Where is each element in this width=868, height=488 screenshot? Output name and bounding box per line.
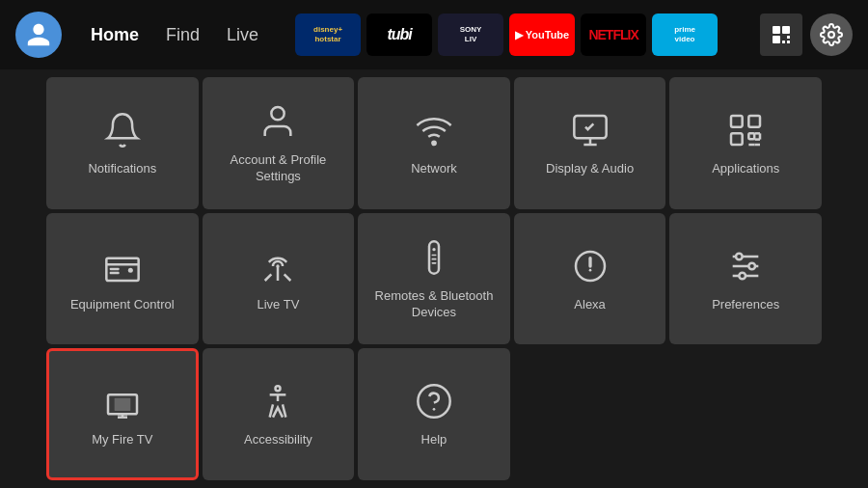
svg-rect-20: [109, 267, 119, 270]
svg-point-25: [432, 248, 435, 251]
person-icon: [257, 100, 299, 143]
tile-my-fire-tv-label: My Fire TV: [92, 432, 152, 448]
tile-notifications[interactable]: Notifications: [46, 77, 199, 209]
svg-rect-38: [114, 398, 130, 411]
svg-rect-26: [431, 255, 436, 257]
tile-applications[interactable]: Applications: [669, 77, 822, 209]
tile-display-audio[interactable]: Display & Audio: [514, 77, 666, 209]
tile-alexa-label: Alexa: [574, 297, 606, 313]
tile-notifications-label: Notifications: [88, 161, 156, 177]
tile-accessibility[interactable]: Accessibility: [203, 348, 355, 480]
tile-equipment-control[interactable]: Equipment Control: [46, 213, 199, 345]
tile-live-tv[interactable]: Live TV: [203, 213, 355, 345]
tv-icon: [101, 245, 144, 287]
tile-account-profile[interactable]: Account & Profile Settings: [203, 77, 355, 209]
app-shortcuts: disney+hotstar tubi SONYLIV ▶ YouTube NE…: [295, 14, 748, 56]
svg-point-34: [736, 253, 743, 259]
header-right: [760, 14, 853, 56]
svg-point-35: [749, 262, 756, 269]
app-prime[interactable]: primevideo: [652, 14, 718, 56]
nav-home[interactable]: Home: [81, 19, 149, 51]
tile-equipment-label: Equipment Control: [70, 297, 175, 313]
svg-point-44: [433, 408, 436, 411]
svg-rect-28: [431, 262, 436, 264]
svg-rect-21: [109, 271, 119, 274]
svg-rect-24: [429, 241, 439, 273]
tile-help-label: Help: [421, 432, 448, 448]
tile-remotes-label: Remotes & Bluetooth Devices: [366, 288, 502, 321]
app-sonyliv[interactable]: SONYLIV: [438, 14, 503, 56]
svg-rect-27: [431, 258, 436, 260]
svg-point-6: [828, 32, 834, 38]
app-tubi[interactable]: tubi: [366, 14, 432, 56]
svg-point-36: [740, 272, 746, 279]
svg-rect-11: [749, 116, 761, 127]
avatar[interactable]: [15, 12, 62, 58]
tile-live-tv-label: Live TV: [257, 297, 299, 313]
app-youtube[interactable]: ▶ YouTube: [509, 14, 575, 56]
svg-point-8: [432, 142, 435, 145]
svg-rect-1: [782, 26, 790, 34]
tile-remotes-bluetooth[interactable]: Remotes & Bluetooth Devices: [358, 213, 510, 345]
header: Home Find Live disney+hotstar tubi SONYL…: [0, 0, 868, 69]
tile-help[interactable]: Help: [358, 348, 510, 480]
svg-rect-10: [731, 116, 743, 127]
tile-preferences[interactable]: Preferences: [669, 213, 822, 345]
tile-applications-label: Applications: [712, 161, 779, 177]
svg-rect-12: [731, 133, 743, 145]
remote-icon: [413, 236, 455, 279]
svg-point-22: [128, 267, 133, 272]
svg-rect-4: [787, 41, 790, 43]
tile-network[interactable]: Network: [358, 77, 510, 209]
antenna-icon: [257, 245, 299, 287]
firetv-icon: [101, 380, 144, 422]
apps-icon: [724, 109, 767, 151]
svg-point-30: [588, 268, 591, 271]
tile-accessibility-label: Accessibility: [244, 432, 312, 448]
wifi-icon: [413, 109, 455, 151]
svg-point-7: [272, 107, 285, 120]
svg-point-42: [276, 386, 281, 391]
tile-alexa[interactable]: Alexa: [514, 213, 666, 345]
settings-grid: Notifications Account & Profile Settings…: [0, 69, 868, 488]
svg-rect-0: [773, 26, 780, 34]
svg-rect-3: [787, 36, 790, 39]
svg-rect-5: [782, 41, 785, 43]
alexa-icon: [569, 245, 611, 287]
help-icon: [413, 380, 455, 422]
tile-account-label: Account & Profile Settings: [210, 152, 347, 185]
nav-live[interactable]: Live: [217, 19, 268, 51]
svg-rect-13: [749, 133, 755, 139]
svg-rect-2: [773, 36, 780, 43]
display-icon: [569, 109, 611, 151]
tile-my-fire-tv[interactable]: My Fire TV: [46, 348, 199, 480]
accessibility-icon: [257, 380, 299, 422]
nav-find[interactable]: Find: [156, 19, 209, 51]
tile-network-label: Network: [411, 161, 457, 177]
sliders-icon: [724, 245, 767, 287]
settings-button[interactable]: [810, 14, 853, 56]
grid-button[interactable]: [760, 14, 802, 56]
nav-links: Home Find Live: [81, 19, 268, 51]
bell-icon: [101, 109, 144, 151]
tile-preferences-label: Preferences: [712, 297, 779, 313]
svg-point-43: [418, 386, 449, 418]
svg-point-23: [277, 264, 280, 267]
app-disney[interactable]: disney+hotstar: [295, 14, 361, 56]
tile-display-label: Display & Audio: [546, 161, 634, 177]
app-netflix[interactable]: NETFLIX: [581, 14, 646, 56]
